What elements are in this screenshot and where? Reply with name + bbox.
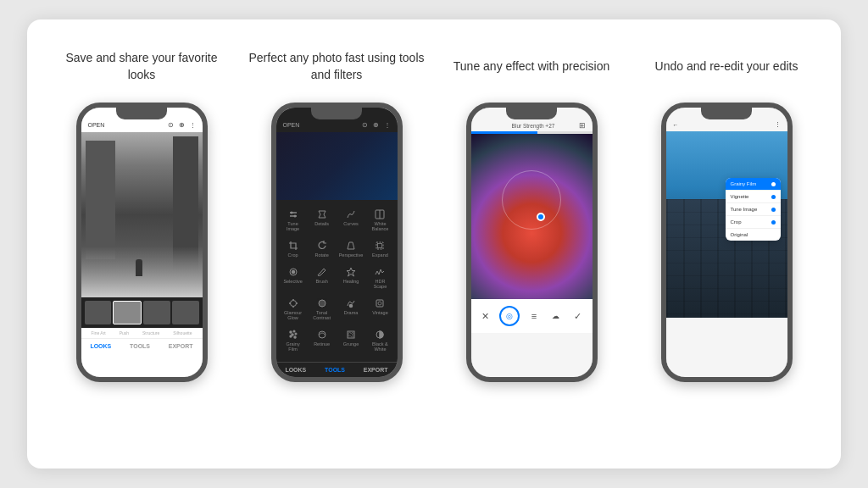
tool-label-wb: White Balance xyxy=(368,221,392,231)
white-balance-icon xyxy=(372,208,387,220)
phone3-image xyxy=(471,134,593,299)
svg-point-24 xyxy=(294,336,296,338)
phone-frame-1: OPEN ⊙ ⊕ ⋮ xyxy=(76,103,208,382)
phone3-spacer xyxy=(478,122,488,129)
tool-label-glamour: Glamour Glow xyxy=(281,310,305,320)
svg-point-23 xyxy=(290,336,292,337)
dropdown-item-crop[interactable]: Crop xyxy=(726,216,781,229)
dropdown-item-tune[interactable]: Tune Image xyxy=(726,203,781,216)
grainy-icon xyxy=(286,329,301,341)
tool-perspective[interactable]: Perspective xyxy=(337,236,365,261)
film-thumb-4[interactable] xyxy=(172,301,199,324)
glamour-icon xyxy=(286,297,301,309)
tool-label-grainy: Grainy Film xyxy=(281,341,305,352)
tool-vintage[interactable]: Vintage xyxy=(366,294,393,324)
tab-tools-2[interactable]: TOOLS xyxy=(325,367,345,373)
phone4-more-icon[interactable]: ⋮ xyxy=(775,121,781,128)
tool-details[interactable]: Details xyxy=(309,205,336,235)
tool-hdr[interactable]: HDR Scape xyxy=(366,263,393,292)
tool-retinue[interactable]: Retinue xyxy=(309,325,336,355)
inactive-indicator-1 xyxy=(771,195,776,199)
filter-label-4: Silhouette xyxy=(173,330,192,336)
dropdown-label-grainy: Grainy Film xyxy=(731,181,757,186)
svg-point-3 xyxy=(293,215,296,218)
film-thumb-3[interactable] xyxy=(143,301,170,324)
tab-export-2[interactable]: EXPORT xyxy=(364,367,388,373)
tool-curves[interactable]: Curves xyxy=(337,205,365,235)
phone1-icon2: ⊕ xyxy=(179,121,185,129)
tool-label-perspective: Perspective xyxy=(339,252,364,258)
svg-point-22 xyxy=(295,333,297,335)
phone1-image xyxy=(81,132,203,297)
adjustments-icon[interactable]: ≡ xyxy=(526,308,542,324)
inactive-indicator-2 xyxy=(771,208,776,212)
svg-point-19 xyxy=(290,331,292,333)
inactive-indicator-3 xyxy=(771,220,776,225)
tab-looks-1[interactable]: LOOKS xyxy=(90,343,111,349)
tool-glamour[interactable]: Glamour Glow xyxy=(280,294,307,324)
tool-drama[interactable]: Drama xyxy=(337,294,365,324)
confirm-icon[interactable]: ✓ xyxy=(570,308,586,324)
tab-looks-2[interactable]: LOOKS xyxy=(285,367,306,373)
dropdown-item-grainy[interactable]: Grainy Film xyxy=(726,178,781,191)
phone2-image xyxy=(276,132,398,200)
feature-title-1: Save and share your favorite looks xyxy=(53,45,231,89)
tool-grainy[interactable]: Grainy Film xyxy=(280,325,307,355)
phone3-grid-icon[interactable]: ⊞ xyxy=(579,121,586,130)
tune-dot[interactable] xyxy=(537,213,545,221)
tool-selective[interactable]: Selective xyxy=(280,263,307,292)
dropdown-menu: Grainy Film Vignette Tune Image Cro xyxy=(726,178,781,241)
phone1-bottombar: LOOKS TOOLS EXPORT xyxy=(81,338,203,353)
phone-screen-4: ← ⋮ Grainy Film Vignette xyxy=(666,108,787,377)
svg-point-2 xyxy=(290,212,292,214)
svg-point-18 xyxy=(378,302,381,305)
phone-notch-4 xyxy=(701,108,752,119)
tool-label-expand: Expand xyxy=(372,252,388,258)
mask-icon[interactable]: ☁ xyxy=(548,308,564,324)
phone-notch-2 xyxy=(311,108,362,119)
film-thumb-1[interactable] xyxy=(85,301,112,324)
feature-card-2: Perfect any photo fast using tools and f… xyxy=(248,45,426,382)
phone1-more-icon[interactable]: ⋮ xyxy=(190,122,196,129)
film-thumb-2[interactable] xyxy=(113,301,142,324)
tool-label-bw: Black & White xyxy=(368,341,392,352)
tool-white-balance[interactable]: White Balance xyxy=(366,205,393,235)
tool-rotate[interactable]: Rotate xyxy=(309,236,336,261)
phone1-filmstrip xyxy=(81,297,203,328)
phone4-back-icon[interactable]: ← xyxy=(673,122,679,128)
tool-tonal[interactable]: Tonal Contrast xyxy=(309,294,336,324)
phone-notch-1 xyxy=(116,108,167,119)
phone2-more-icon[interactable]: ⋮ xyxy=(384,121,391,129)
cancel-icon[interactable]: ✕ xyxy=(477,308,492,324)
tools-grid: Tune Image Details Curves xyxy=(276,200,398,360)
dropdown-label-vignette: Vignette xyxy=(731,194,749,199)
filter-label-3: Structure xyxy=(142,330,159,336)
tab-tools-1[interactable]: TOOLS xyxy=(130,343,150,349)
phone1-icon1: ⊙ xyxy=(168,121,174,129)
curves-icon xyxy=(343,208,359,220)
tool-label-selective: Selective xyxy=(283,279,302,284)
feature-title-2: Perfect any photo fast using tools and f… xyxy=(248,45,426,89)
tool-grunge[interactable]: Grunge xyxy=(337,325,365,355)
tool-label-hdr: HDR Scape xyxy=(368,279,392,289)
tool-label-rotate: Rotate xyxy=(315,252,329,258)
details-icon xyxy=(314,208,330,220)
phone-screen-2: OPEN ⊙ ⊕ ⋮ Tune Image xyxy=(276,108,398,377)
brush-icon xyxy=(314,266,330,278)
target-icon[interactable]: ◎ xyxy=(499,306,520,326)
svg-rect-17 xyxy=(376,300,383,307)
tool-bw[interactable]: Black & White xyxy=(366,325,393,355)
dropdown-item-original[interactable]: Original xyxy=(726,229,781,241)
tool-crop[interactable]: Crop xyxy=(280,236,307,261)
flower-circle xyxy=(502,170,561,230)
phone3-slider-label: Blur Strength +27 xyxy=(512,123,555,129)
dropdown-item-vignette[interactable]: Vignette xyxy=(726,191,781,203)
tool-brush[interactable]: Brush xyxy=(309,263,336,292)
phone-screen-1: OPEN ⊙ ⊕ ⋮ xyxy=(81,108,203,377)
feature-card-4: Undo and re-edit your edits ← ⋮ Grainy F… xyxy=(637,45,815,382)
phone-frame-3: Blur Strength +27 ⊞ ✕ ◎ ≡ ☁ ✓ xyxy=(466,103,598,382)
tab-export-1[interactable]: EXPORT xyxy=(169,343,193,349)
tool-expand[interactable]: Expand xyxy=(366,236,393,261)
tool-healing[interactable]: Healing xyxy=(337,263,365,292)
tool-tune-image[interactable]: Tune Image xyxy=(280,205,307,235)
